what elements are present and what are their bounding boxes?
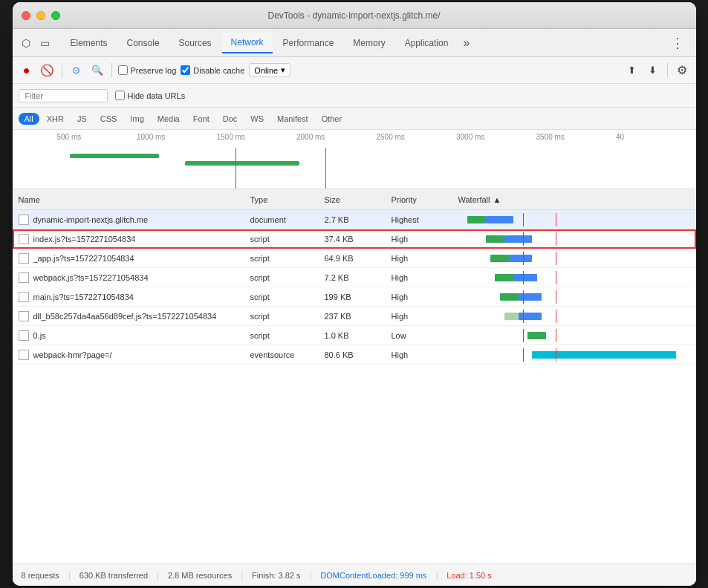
table-row[interactable]: 0.js script 1.0 KB Low	[13, 326, 696, 345]
close-button[interactable]	[22, 11, 30, 20]
filter-bar: Hide data URLs	[13, 84, 696, 108]
sort-icon: ▲	[493, 195, 501, 204]
table-row[interactable]: webpack.js?ts=1572271054834 script 7.2 K…	[13, 268, 696, 287]
row-name: webpack.js?ts=1572271054834	[19, 272, 250, 283]
tab-elements[interactable]: Elements	[62, 33, 117, 53]
settings-icon[interactable]: ⚙	[674, 62, 690, 79]
toolbar-separator-2	[111, 63, 112, 78]
row-size: 2.7 KB	[325, 215, 392, 224]
col-waterfall[interactable]: Waterfall ▲	[458, 195, 690, 204]
type-filter-doc[interactable]: Doc	[217, 113, 244, 125]
row-type: script	[250, 235, 325, 244]
row-name: webpack-hmr?page=/	[19, 350, 250, 360]
type-filter-xhr[interactable]: XHR	[41, 113, 70, 125]
row-waterfall	[458, 290, 690, 304]
row-waterfall	[458, 310, 690, 323]
hide-data-urls-label: Hide data URLs	[128, 91, 186, 100]
disable-cache-checkbox[interactable]: Disable cache	[181, 65, 244, 75]
devtools-panel: ⬡ ▭ Elements Console Sources Network Per…	[13, 29, 696, 586]
status-finish: Finish: 3.82 s	[252, 571, 300, 580]
tab-console[interactable]: Console	[118, 33, 169, 53]
tl-1500: 1500 ms	[217, 133, 297, 141]
col-size[interactable]: Size	[325, 195, 392, 204]
table-row[interactable]: dll_b58c257da4aa56d89cef.js?ts=157227105…	[13, 307, 696, 326]
row-file-icon	[19, 234, 29, 244]
table-row[interactable]: main.js?ts=1572271054834 script 199 KB H…	[13, 287, 696, 307]
row-waterfall	[458, 252, 690, 265]
search-icon[interactable]: 🔍	[89, 62, 105, 79]
col-type[interactable]: Type	[250, 195, 325, 204]
row-name-text: webpack.js?ts=1572271054834	[33, 273, 149, 282]
traffic-lights	[22, 11, 60, 20]
status-load: Load: 1.50 s	[446, 571, 492, 580]
cursor-icon[interactable]: ⬡	[19, 36, 33, 50]
tab-application[interactable]: Application	[396, 33, 458, 53]
row-file-icon	[19, 253, 29, 264]
row-file-icon	[19, 350, 29, 360]
tab-performance[interactable]: Performance	[274, 33, 343, 53]
row-name-text: _app.js?ts=1572271054834	[33, 254, 134, 263]
row-priority: High	[392, 273, 458, 282]
type-filter-js[interactable]: JS	[71, 113, 93, 125]
preserve-log-input[interactable]	[118, 65, 128, 75]
row-priority: High	[392, 312, 458, 321]
filter-icon[interactable]: ⊙	[68, 62, 85, 79]
table-row[interactable]: _app.js?ts=1572271054834 script 64.9 KB …	[13, 249, 696, 268]
disable-cache-input[interactable]	[181, 65, 190, 75]
title-bar: DevTools - dynamic-import-nextjs.glitch.…	[13, 2, 696, 29]
record-button[interactable]: ●	[19, 62, 35, 79]
nav-tabs: ⬡ ▭ Elements Console Sources Network Per…	[13, 29, 696, 57]
more-tabs-button[interactable]: »	[458, 36, 474, 50]
type-filter-all[interactable]: All	[19, 113, 39, 125]
type-filter-media[interactable]: Media	[152, 113, 186, 125]
tl-3500: 3500 ms	[536, 133, 617, 141]
tl-40: 40	[616, 133, 696, 141]
hide-data-urls-input[interactable]	[115, 91, 125, 100]
row-type: script	[250, 254, 325, 263]
table-row[interactable]: dynamic-import-nextjs.glitch.me document…	[13, 210, 696, 229]
row-size: 1.0 KB	[325, 331, 392, 340]
row-waterfall	[458, 271, 690, 284]
preserve-log-checkbox[interactable]: Preserve log	[118, 65, 177, 75]
minimize-button[interactable]	[36, 11, 45, 20]
row-name: 0.js	[19, 330, 250, 341]
hide-data-urls-checkbox[interactable]: Hide data URLs	[115, 91, 186, 100]
devtools-window: DevTools - dynamic-import-nextjs.glitch.…	[13, 2, 696, 586]
maximize-button[interactable]	[51, 11, 60, 20]
type-filter-ws[interactable]: WS	[244, 113, 270, 125]
status-bar: 8 requests | 630 KB transferred | 2.8 MB…	[13, 564, 696, 586]
import-icon[interactable]: ⬆	[624, 62, 640, 79]
tab-network[interactable]: Network	[222, 33, 273, 53]
clear-button[interactable]: 🚫	[39, 62, 56, 79]
row-size: 80.6 KB	[325, 350, 392, 359]
row-type: script	[250, 293, 325, 301]
export-icon[interactable]: ⬇	[645, 62, 661, 79]
row-name-text: 0.js	[33, 331, 46, 340]
preserve-log-label: Preserve log	[131, 66, 177, 75]
table-row[interactable]: webpack-hmr?page=/ eventsource 80.6 KB H…	[13, 345, 696, 365]
devtools-menu-button[interactable]: ⋮	[665, 35, 690, 51]
filter-input[interactable]	[19, 89, 108, 102]
waterfall-label: Waterfall	[458, 195, 490, 204]
type-filter-img[interactable]: Img	[124, 113, 149, 125]
throttle-chevron: ▾	[281, 65, 285, 75]
table-row[interactable]: index.js?ts=1572271054834 script 37.4 KB…	[13, 229, 696, 249]
toolbar-right: ⬆ ⬇ ⚙	[624, 62, 690, 79]
tab-sources[interactable]: Sources	[170, 33, 221, 53]
type-filter-other[interactable]: Other	[316, 113, 348, 125]
type-filter-font[interactable]: Font	[187, 113, 215, 125]
nav-icons: ⬡ ▭	[19, 36, 53, 50]
type-filter-css[interactable]: CSS	[94, 113, 123, 125]
throttle-select[interactable]: Online ▾	[249, 63, 290, 77]
type-filter-manifest[interactable]: Manifest	[271, 113, 314, 125]
row-size: 37.4 KB	[325, 235, 392, 244]
row-size: 199 KB	[325, 293, 392, 301]
device-icon[interactable]: ▭	[38, 36, 53, 50]
col-priority[interactable]: Priority	[392, 195, 458, 204]
tab-memory[interactable]: Memory	[344, 33, 394, 53]
row-waterfall	[458, 232, 690, 246]
row-priority: Highest	[392, 215, 458, 224]
col-name[interactable]: Name	[19, 195, 250, 204]
row-name-text: dll_b58c257da4aa56d89cef.js?ts=157227105…	[33, 312, 217, 321]
row-name: main.js?ts=1572271054834	[19, 292, 250, 302]
